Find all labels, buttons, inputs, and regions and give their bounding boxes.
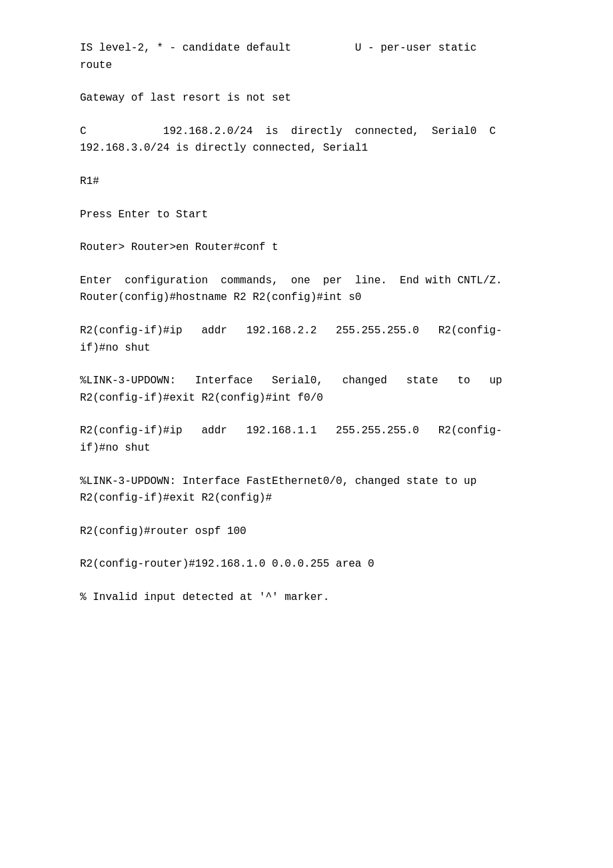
terminal-line-line13: R2(config-router)#192.168.1.0 0.0.0.255 … xyxy=(80,556,533,573)
terminal-line-line7: Enter configuration commands, one per li… xyxy=(80,273,533,307)
terminal-line-line12: R2(config)#router ospf 100 xyxy=(80,523,533,541)
terminal-line-line4: R1# xyxy=(80,173,533,191)
terminal-line-line11: %LINK-3-UPDOWN: Interface FastEthernet0/… xyxy=(80,473,533,507)
terminal-line-line6: Router> Router>en Router#conf t xyxy=(80,239,533,257)
terminal-line-line14: % Invalid input detected at '^' marker. xyxy=(80,589,533,607)
terminal-line-line3: C 192.168.2.0/24 is directly connected, … xyxy=(80,123,533,157)
terminal-line-line5: Press Enter to Start xyxy=(80,207,533,224)
terminal-line-line10: R2(config-if)#ip addr 192.168.1.1 255.25… xyxy=(80,423,533,457)
terminal-content: IS level-2, * - candidate default U - pe… xyxy=(80,40,533,606)
terminal-line-line8: R2(config-if)#ip addr 192.168.2.2 255.25… xyxy=(80,323,533,357)
terminal-line-line1: IS level-2, * - candidate default U - pe… xyxy=(80,40,533,74)
terminal-line-line2: Gateway of last resort is not set xyxy=(80,90,533,107)
terminal-line-line9: %LINK-3-UPDOWN: Interface Serial0, chang… xyxy=(80,373,533,407)
